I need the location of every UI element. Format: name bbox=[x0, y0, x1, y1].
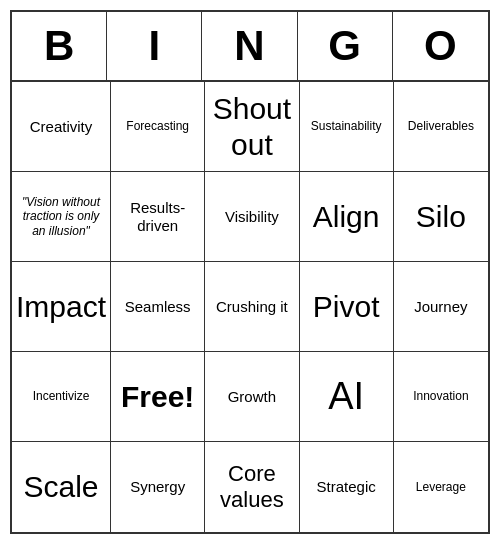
bingo-cell-19: Innovation bbox=[394, 352, 488, 442]
cell-text-1: Forecasting bbox=[126, 119, 189, 133]
bingo-card: BINGO CreativityForecastingShout outSust… bbox=[10, 10, 490, 534]
cell-text-5: "Vision without traction is only an illu… bbox=[16, 195, 106, 238]
bingo-cell-10: Impact bbox=[12, 262, 111, 352]
bingo-cell-1: Forecasting bbox=[111, 82, 205, 172]
cell-text-9: Silo bbox=[416, 199, 466, 235]
bingo-cell-6: Results-driven bbox=[111, 172, 205, 262]
bingo-cell-12: Crushing it bbox=[205, 262, 299, 352]
bingo-cell-7: Visibility bbox=[205, 172, 299, 262]
cell-text-19: Innovation bbox=[413, 389, 468, 403]
bingo-letter-b: B bbox=[12, 12, 107, 80]
cell-text-23: Strategic bbox=[317, 478, 376, 496]
bingo-cell-5: "Vision without traction is only an illu… bbox=[12, 172, 111, 262]
cell-text-17: Growth bbox=[228, 388, 276, 406]
cell-text-12: Crushing it bbox=[216, 298, 288, 316]
cell-text-3: Sustainability bbox=[311, 119, 382, 133]
bingo-letter-i: I bbox=[107, 12, 202, 80]
bingo-cell-3: Sustainability bbox=[300, 82, 394, 172]
bingo-cell-23: Strategic bbox=[300, 442, 394, 532]
bingo-cell-8: Align bbox=[300, 172, 394, 262]
cell-text-16: Free! bbox=[121, 379, 194, 415]
cell-text-8: Align bbox=[313, 199, 380, 235]
bingo-cell-9: Silo bbox=[394, 172, 488, 262]
bingo-grid: CreativityForecastingShout outSustainabi… bbox=[12, 82, 488, 532]
bingo-cell-17: Growth bbox=[205, 352, 299, 442]
bingo-cell-24: Leverage bbox=[394, 442, 488, 532]
bingo-cell-13: Pivot bbox=[300, 262, 394, 352]
bingo-letter-n: N bbox=[202, 12, 297, 80]
cell-text-7: Visibility bbox=[225, 208, 279, 226]
cell-text-0: Creativity bbox=[30, 118, 93, 136]
bingo-cell-16: Free! bbox=[111, 352, 205, 442]
cell-text-10: Impact bbox=[16, 289, 106, 325]
cell-text-20: Scale bbox=[23, 469, 98, 505]
bingo-cell-4: Deliverables bbox=[394, 82, 488, 172]
bingo-letter-g: G bbox=[298, 12, 393, 80]
cell-text-11: Seamless bbox=[125, 298, 191, 316]
cell-text-13: Pivot bbox=[313, 289, 380, 325]
cell-text-15: Incentivize bbox=[33, 389, 90, 403]
bingo-letter-o: O bbox=[393, 12, 488, 80]
bingo-cell-0: Creativity bbox=[12, 82, 111, 172]
cell-text-18: AI bbox=[328, 374, 364, 420]
bingo-cell-2: Shout out bbox=[205, 82, 299, 172]
bingo-header: BINGO bbox=[12, 12, 488, 82]
bingo-cell-21: Synergy bbox=[111, 442, 205, 532]
cell-text-14: Journey bbox=[414, 298, 467, 316]
cell-text-22: Core values bbox=[209, 461, 294, 514]
bingo-cell-20: Scale bbox=[12, 442, 111, 532]
cell-text-21: Synergy bbox=[130, 478, 185, 496]
bingo-cell-22: Core values bbox=[205, 442, 299, 532]
cell-text-4: Deliverables bbox=[408, 119, 474, 133]
cell-text-6: Results-driven bbox=[115, 199, 200, 235]
cell-text-2: Shout out bbox=[209, 91, 294, 163]
bingo-cell-18: AI bbox=[300, 352, 394, 442]
cell-text-24: Leverage bbox=[416, 480, 466, 494]
bingo-cell-15: Incentivize bbox=[12, 352, 111, 442]
bingo-cell-11: Seamless bbox=[111, 262, 205, 352]
bingo-cell-14: Journey bbox=[394, 262, 488, 352]
